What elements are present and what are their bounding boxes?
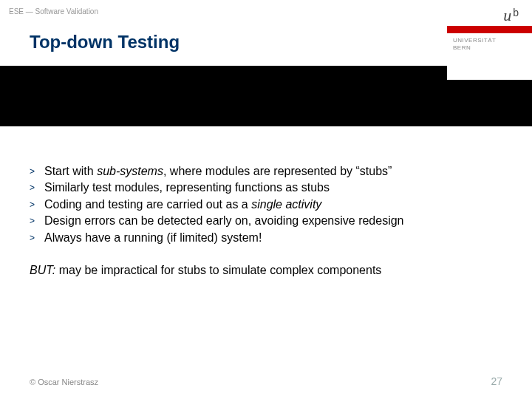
logo-red-bar: [447, 26, 532, 33]
copyright: © Oscar Nierstrasz: [30, 378, 98, 386]
list-item: > Design errors can be detected early on…: [30, 213, 510, 229]
page-number: 27: [491, 375, 502, 387]
list-item: > Similarly test modules, representing f…: [30, 180, 510, 196]
list-item: > Always have a running (if limited) sys…: [30, 230, 510, 246]
uni-line2: BERN: [453, 44, 496, 52]
university-name: UNIVERSITÄT BERN: [453, 37, 496, 52]
logo-b-letter: b: [513, 7, 519, 18]
chevron-right-icon: >: [30, 213, 44, 229]
bullet-text: Coding and testing are carried out as a …: [44, 197, 510, 213]
bullet-list: > Start with sub-systems, where modules …: [30, 163, 510, 246]
chevron-right-icon: >: [30, 197, 44, 213]
chevron-right-icon: >: [30, 163, 44, 180]
chevron-right-icon: >: [30, 180, 44, 196]
list-item: > Start with sub-systems, where modules …: [30, 163, 510, 180]
logo-u-letter: u: [503, 6, 511, 24]
content-area: > Start with sub-systems, where modules …: [0, 126, 532, 277]
chevron-right-icon: >: [30, 230, 44, 246]
note-prefix: BUT:: [30, 264, 55, 276]
bullet-text: Design errors can be detected early on, …: [44, 213, 510, 229]
university-logo: ub UNIVERSITÄT BERN: [447, 0, 532, 80]
bullet-text: Always have a running (if limited) syste…: [44, 230, 510, 246]
bullet-text: Similarly test modules, representing fun…: [44, 180, 510, 196]
note-text: BUT: may be impractical for stubs to sim…: [30, 264, 510, 277]
footer: © Oscar Nierstrasz 27: [0, 375, 532, 387]
note-body: may be impractical for stubs to simulate…: [55, 264, 381, 276]
uni-line1: UNIVERSITÄT: [453, 37, 496, 44]
list-item: > Coding and testing are carried out as …: [30, 197, 510, 213]
bullet-text: Start with sub-systems, where modules ar…: [44, 163, 510, 180]
logo-ub: ub: [503, 6, 517, 25]
